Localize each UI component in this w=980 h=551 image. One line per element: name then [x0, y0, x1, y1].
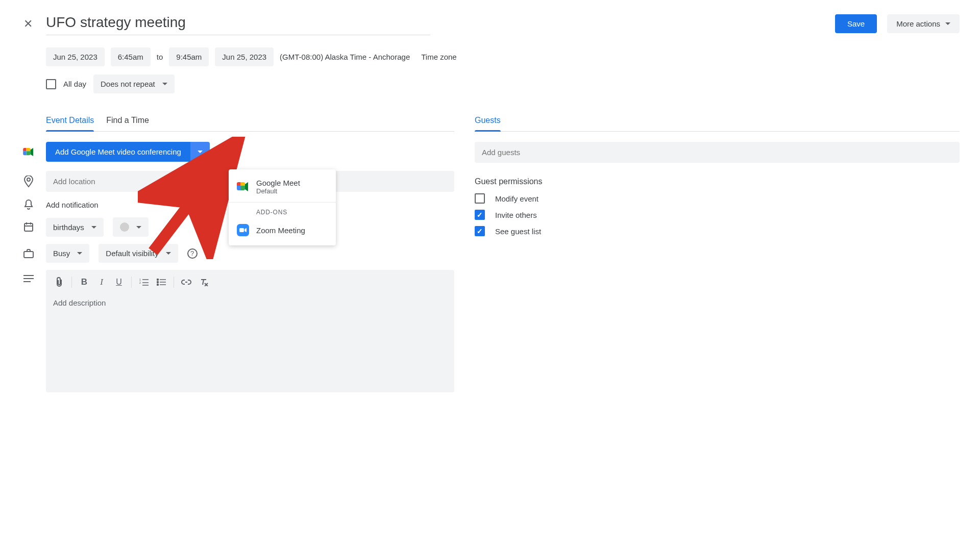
link-icon[interactable]: [178, 274, 194, 290]
chevron-down-icon: [136, 226, 141, 229]
editor-toolbar: B I U 12: [46, 270, 454, 294]
description-editor[interactable]: Add description: [46, 294, 454, 314]
menu-item-zoom[interactable]: Zoom Meeting: [229, 219, 336, 241]
menu-item-google-meet[interactable]: Google Meet Default: [229, 173, 336, 200]
numbered-list-icon[interactable]: 12: [136, 274, 152, 290]
underline-icon[interactable]: U: [111, 274, 127, 290]
tab-event-details[interactable]: Event Details: [46, 112, 94, 131]
visibility-dropdown[interactable]: Default visibility: [99, 244, 178, 263]
recurrence-dropdown[interactable]: Does not repeat: [93, 74, 175, 93]
add-conferencing-button[interactable]: Add Google Meet video conferencing: [46, 142, 190, 162]
availability-dropdown[interactable]: Busy: [46, 244, 89, 263]
svg-point-18: [157, 282, 159, 283]
timezone-button[interactable]: Time zone: [421, 53, 456, 61]
italic-icon[interactable]: I: [93, 274, 110, 290]
calendar-icon: [20, 222, 37, 232]
event-title-input[interactable]: [46, 12, 430, 35]
calendar-label: birthdays: [53, 223, 84, 232]
see-guest-list-label: See guest list: [495, 227, 541, 236]
tab-guests[interactable]: Guests: [475, 112, 501, 131]
tab-find-a-time[interactable]: Find a Time: [106, 112, 149, 131]
chevron-down-icon: [166, 252, 171, 255]
invite-others-label: Invite others: [495, 211, 537, 219]
calendar-dropdown[interactable]: birthdays: [46, 218, 104, 237]
google-meet-icon: [237, 182, 249, 192]
to-label: to: [157, 53, 163, 61]
all-day-label: All day: [63, 80, 86, 88]
chevron-down-icon: [162, 83, 167, 85]
svg-point-17: [157, 279, 159, 281]
see-guest-list-checkbox[interactable]: [475, 226, 485, 236]
zoom-icon: [237, 224, 249, 236]
availability-label: Busy: [53, 249, 70, 258]
svg-point-19: [157, 284, 159, 286]
end-time-chip[interactable]: 9:45am: [169, 47, 209, 66]
guest-permissions-title: Guest permissions: [475, 177, 960, 186]
clear-formatting-icon[interactable]: [195, 274, 212, 290]
color-swatch: [120, 222, 129, 232]
save-button[interactable]: Save: [835, 14, 877, 33]
chevron-down-icon: [77, 252, 82, 255]
video-icon: [20, 147, 37, 157]
attach-icon[interactable]: [51, 274, 67, 290]
briefcase-icon: [20, 248, 37, 259]
invite-others-checkbox[interactable]: [475, 210, 485, 220]
modify-event-label: Modify event: [495, 194, 538, 203]
conferencing-dropdown-button[interactable]: [190, 142, 210, 162]
chevron-down-icon: [198, 151, 203, 153]
menu-item-title: Google Meet: [256, 179, 300, 187]
bell-icon: [20, 199, 37, 210]
menu-item-title: Zoom Meeting: [256, 226, 305, 235]
svg-text:2: 2: [139, 281, 141, 284]
menu-divider: [229, 202, 336, 203]
menu-item-subtitle: Default: [256, 187, 300, 195]
end-date-chip[interactable]: Jun 25, 2023: [215, 47, 274, 66]
svg-rect-1: [239, 228, 244, 232]
visibility-label: Default visibility: [106, 249, 158, 258]
modify-event-checkbox[interactable]: [475, 193, 485, 204]
start-date-chip[interactable]: Jun 25, 2023: [46, 47, 105, 66]
bold-icon[interactable]: B: [76, 274, 92, 290]
recurrence-label: Does not repeat: [101, 80, 155, 88]
description-icon: [20, 275, 37, 282]
chevron-down-icon: [91, 226, 96, 229]
svg-point-3: [27, 178, 30, 181]
start-time-chip[interactable]: 6:45am: [111, 47, 151, 66]
add-guests-input[interactable]: [475, 142, 960, 163]
svg-rect-4: [24, 223, 33, 231]
all-day-checkbox[interactable]: [46, 79, 56, 89]
color-dropdown[interactable]: [113, 217, 149, 237]
svg-rect-8: [24, 252, 33, 258]
chevron-down-icon: [945, 22, 950, 25]
more-actions-label: More actions: [896, 19, 940, 28]
menu-section-addons: ADD-ONS: [229, 205, 336, 219]
more-actions-button[interactable]: More actions: [887, 14, 960, 33]
timezone-label: (GMT-08:00) Alaska Time - Anchorage: [280, 53, 410, 61]
close-icon[interactable]: ✕: [20, 14, 36, 34]
help-icon[interactable]: ?: [187, 248, 198, 259]
conferencing-dropdown-menu: Google Meet Default ADD-ONS Zoom Meeting: [229, 169, 336, 245]
add-notification-button[interactable]: Add notification: [46, 201, 99, 209]
bullet-list-icon[interactable]: [153, 274, 169, 290]
location-icon: [20, 176, 37, 188]
